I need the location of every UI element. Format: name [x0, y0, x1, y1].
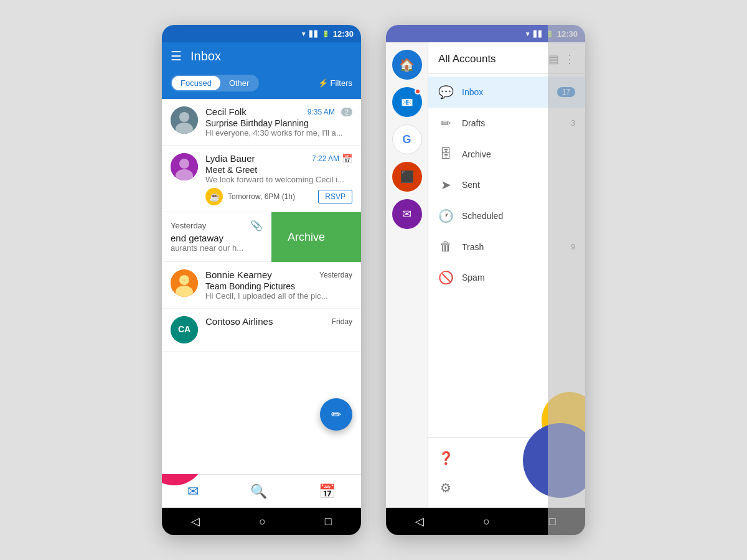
- account-sidebar: 🏠 📧 G ⬛ ✉: [386, 42, 428, 508]
- svg-point-1: [179, 112, 189, 122]
- email-content-2: Lydia Bauer 7:22 AM 📅 Meet & Greet We lo…: [205, 153, 352, 184]
- email-meta-3: Bonnie Kearney Yesterday: [205, 269, 352, 280]
- right-panel-bg: [548, 42, 585, 508]
- wifi-icon: ▼: [301, 30, 307, 37]
- svg-point-7: [179, 275, 189, 285]
- filter-tabs-bar: Focused Other ⚡ Filters: [162, 70, 361, 99]
- partial-preview: aurants near our h...: [171, 243, 263, 253]
- account-mail2[interactable]: ✉: [392, 199, 422, 229]
- lightning-icon: ⚡: [318, 78, 328, 88]
- left-status-bar: ▼ ▋▋ 🔋 12:30: [162, 25, 361, 42]
- filters-button[interactable]: ⚡ Filters: [318, 78, 352, 88]
- right-wifi-icon: ▼: [525, 30, 531, 37]
- filters-label: Filters: [331, 78, 352, 88]
- nav-search[interactable]: 🔍: [238, 480, 280, 503]
- rsvp-button[interactable]: RSVP: [318, 190, 352, 203]
- battery-icon: 🔋: [322, 30, 329, 37]
- compose-fab[interactable]: ✏: [320, 398, 352, 431]
- email-item-3[interactable]: Bonnie Kearney Yesterday Team Bonding Pi…: [162, 262, 361, 309]
- event-time: Tomorrow, 6PM (1h): [228, 192, 313, 201]
- back-button[interactable]: ◁: [191, 515, 200, 528]
- outlook-icon: 📧: [401, 96, 413, 108]
- home-button[interactable]: ○: [259, 515, 266, 528]
- right-back-button[interactable]: ◁: [415, 515, 424, 528]
- account-office[interactable]: ⬛: [392, 162, 422, 192]
- email-row-2: Lydia Bauer 7:22 AM 📅 Meet & Greet We lo…: [171, 153, 352, 184]
- email-preview-3: Hi Cecil, I uploaded all of the pic...: [205, 291, 352, 301]
- email-time-1: 9:35 AM: [308, 108, 335, 116]
- left-phone: ▼ ▋▋ 🔋 12:30 ☰ Inbox Focused Other ⚡ Fil…: [162, 25, 361, 535]
- email-list: Cecil Folk 9:35 AM 2 Surprise Birthday P…: [162, 99, 361, 474]
- partial-time: Yesterday: [171, 221, 206, 230]
- right-phone: ▼ ▋▋ 🔋 12:30 🏠 📧 G ⬛: [386, 25, 585, 535]
- email-content-3: Bonnie Kearney Yesterday Team Bonding Pi…: [205, 269, 352, 301]
- email-sender-2: Lydia Bauer: [205, 153, 255, 164]
- email-item-partial[interactable]: Yesterday 📎 end getaway aurants near our…: [162, 212, 271, 262]
- right-signal-icon: ▋▋: [533, 30, 543, 37]
- account-google[interactable]: G: [392, 124, 422, 154]
- email-sender-1: Cecil Folk: [205, 106, 247, 117]
- time-badge-row-1: 9:35 AM 2: [308, 108, 352, 116]
- avatar-3: [171, 269, 198, 297]
- drafts-icon: ✏: [438, 116, 453, 131]
- inbox-title: Inbox: [190, 49, 352, 63]
- email-badge-1: 2: [341, 108, 352, 116]
- left-status-time: 12:30: [333, 29, 354, 39]
- email-subject-2: Meet & Greet: [205, 165, 352, 175]
- email-time-4: Friday: [332, 317, 352, 326]
- google-icon: G: [402, 133, 411, 146]
- inbox-icon: 💬: [438, 85, 453, 100]
- nav-mail[interactable]: ✉: [175, 480, 211, 503]
- email-time-2: 7:22 AM: [312, 154, 339, 163]
- nav-calendar[interactable]: 📅: [306, 480, 348, 503]
- bottom-nav: ✉ 🔍 📅: [162, 474, 361, 508]
- email-time-3: Yesterday: [319, 271, 352, 279]
- svg-point-4: [179, 159, 189, 169]
- app-header: ☰ Inbox: [162, 42, 361, 70]
- scheduled-icon: 🕐: [438, 208, 453, 223]
- email-item-1[interactable]: Cecil Folk 9:35 AM 2 Surprise Birthday P…: [162, 99, 361, 146]
- outlook-badge-dot: [415, 88, 421, 95]
- hamburger-icon[interactable]: ☰: [171, 49, 182, 63]
- attachment-icon: 📎: [250, 220, 263, 231]
- tab-focused[interactable]: Focused: [172, 76, 220, 90]
- email-preview-2: We look forward to welcoming Cecil i...: [205, 175, 352, 184]
- svg-text:CA: CA: [178, 324, 190, 334]
- right-home-button[interactable]: ○: [483, 515, 490, 528]
- tab-other[interactable]: Other: [220, 76, 258, 90]
- mail-icon: ✉: [187, 483, 199, 500]
- settings-icon: ⚙: [438, 480, 453, 495]
- email-meta-1: Cecil Folk 9:35 AM 2: [205, 106, 352, 117]
- event-icon: ☕: [205, 188, 223, 205]
- sent-icon: ➤: [438, 177, 453, 192]
- home-icon: 🏠: [399, 57, 415, 72]
- account-all[interactable]: 🏠: [392, 50, 422, 80]
- tab-group: Focused Other: [171, 75, 259, 91]
- drawer-container: 🏠 📧 G ⬛ ✉ All Accounts: [386, 42, 585, 508]
- email-subject-3: Team Bonding Pictures: [205, 281, 352, 291]
- email-subject-1: Surprise Birthday Planning: [205, 118, 352, 128]
- left-android-nav: ◁ ○ □: [162, 508, 361, 535]
- recents-button[interactable]: □: [325, 515, 332, 528]
- help-icon: ❓: [438, 450, 453, 465]
- office-icon: ⬛: [400, 170, 414, 184]
- calendar-nav-icon: 📅: [319, 483, 336, 500]
- all-accounts-title: All Accounts: [438, 53, 496, 65]
- event-row: ☕ Tomorrow, 6PM (1h) RSVP: [205, 188, 352, 205]
- inbox-label: Inbox: [462, 87, 548, 97]
- calendar-icon-2: 📅: [342, 154, 352, 164]
- email-content-1: Cecil Folk 9:35 AM 2 Surprise Birthday P…: [205, 106, 352, 138]
- search-icon: 🔍: [250, 483, 267, 500]
- trash-icon: 🗑: [438, 240, 453, 254]
- email-item-2[interactable]: Lydia Bauer 7:22 AM 📅 Meet & Greet We lo…: [162, 146, 361, 212]
- email-meta-2: Lydia Bauer 7:22 AM 📅: [205, 153, 352, 164]
- email-sender-3: Bonnie Kearney: [205, 269, 272, 280]
- swipe-archive-container: Archive Yesterday 📎 end getaway aurants …: [162, 212, 361, 262]
- signal-icon: ▋▋: [309, 30, 319, 37]
- email-item-4[interactable]: CA Contoso Airlines Friday: [162, 309, 361, 352]
- spam-icon: 🚫: [438, 270, 453, 285]
- account-outlook[interactable]: 📧: [392, 87, 422, 117]
- email-preview-1: Hi everyone, 4:30 works for me, I'll a..…: [205, 128, 352, 138]
- compose-icon: ✏: [331, 407, 342, 422]
- time-cal-row-2: 7:22 AM 📅: [312, 154, 352, 164]
